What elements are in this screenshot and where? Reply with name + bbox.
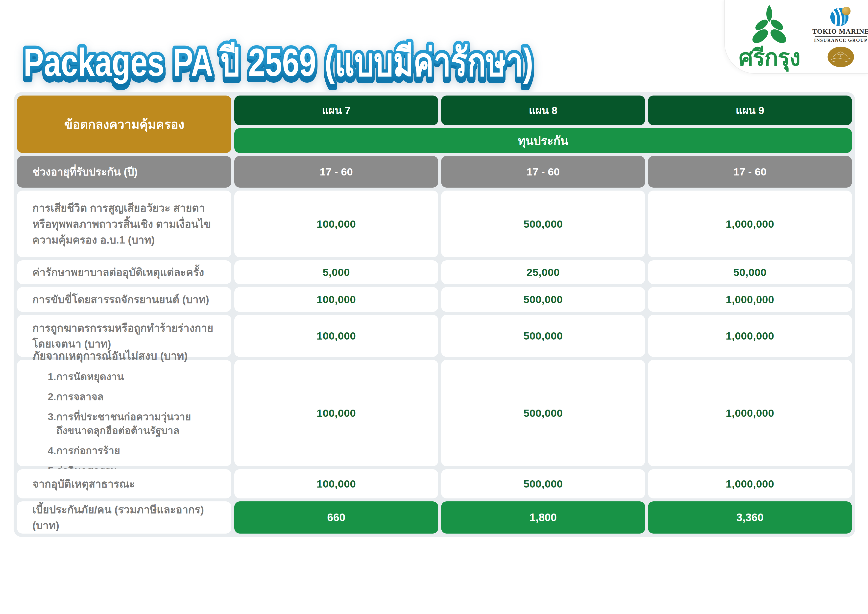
row-label: การขับขี่โดยสารรถจักรยานยนต์ (บาท) xyxy=(17,287,219,313)
cell-value: 100,000 xyxy=(317,407,356,419)
cell-value: 100,000 xyxy=(317,293,356,305)
table-cell: 25,000 xyxy=(441,260,645,284)
cell-value: 50,000 xyxy=(733,266,767,278)
table-cell: 1,000,000 xyxy=(648,360,852,466)
sum-insured-band: ทุนประกัน xyxy=(234,128,852,153)
sub-item: 3.การที่ประชาชนก่อความวุ่นวาย ถึงขนาดลุก… xyxy=(33,410,191,437)
cell-value: 100,000 xyxy=(317,218,356,230)
age-plan9-cell: 17 - 60 xyxy=(648,156,852,188)
tokio-marine-logo: TOKIO MARINE INSURANCE GROUP xyxy=(813,5,868,68)
title-text: Packages PA ปี 2569 (แบบมีค่ารักษา) xyxy=(23,40,533,84)
packages-table: ข้อตกลงความคุ้มครอง แผน 7 แผน 8 แผน 9 ทุ… xyxy=(14,92,856,537)
tokio-divider xyxy=(815,36,867,37)
srikrung-wordmark: ศรีกรุง xyxy=(739,46,800,69)
coverage-header-cell: ข้อตกลงความคุ้มครอง xyxy=(17,96,231,153)
age-plan7-cell: 17 - 60 xyxy=(234,156,438,188)
cell-value: 100,000 xyxy=(317,478,356,490)
table-cell: 500,000 xyxy=(441,315,645,357)
cell-value: 500,000 xyxy=(524,330,563,342)
table-cell: 100,000 xyxy=(234,360,438,466)
cell-value: 1,000,000 xyxy=(726,293,774,305)
table-cell: 100,000 xyxy=(234,315,438,357)
row-label-cell: ค่ารักษาพยาบาลต่ออุบัติเหตุแต่ละครั้ง xyxy=(17,260,231,284)
srikrung-plant-icon xyxy=(751,4,788,45)
sub-item: 1.การนัดหยุดงาน xyxy=(33,370,124,384)
premium-value: 1,800 xyxy=(530,511,557,524)
plan8-header-cell: แผน 8 xyxy=(441,96,645,125)
plan7-header-cell: แผน 7 xyxy=(234,96,438,125)
sum-insured-label: ทุนประกัน xyxy=(518,132,568,150)
insurance-group-label: INSURANCE GROUP xyxy=(814,37,868,43)
age-plan9-value: 17 - 60 xyxy=(733,166,767,178)
cell-value: 1,000,000 xyxy=(726,478,774,490)
cell-value: 1,000,000 xyxy=(726,218,774,230)
age-row-label-cell: ช่วงอายุที่รับประกัน (ปี) xyxy=(17,156,231,188)
plan9-header-cell: แผน 9 xyxy=(648,96,852,125)
row-label: ค่ารักษาพยาบาลต่ออุบัติเหตุแต่ละครั้ง xyxy=(17,259,214,285)
premium-plan9-cell: 3,360 xyxy=(648,501,852,533)
age-row-label: ช่วงอายุที่รับประกัน (ปี) xyxy=(33,163,138,180)
row-label-cell: ภัยจากเหตุการณ์อันไม่สงบ (บาท) 1.การนัดห… xyxy=(17,360,231,466)
table-cell: 100,000 xyxy=(234,191,438,257)
table-cell: 100,000 xyxy=(234,469,438,498)
table-cell: 500,000 xyxy=(441,287,645,312)
gold-emblem-icon xyxy=(827,46,855,68)
table-cell: 100,000 xyxy=(234,287,438,312)
srikrung-logo: ศรีกรุง xyxy=(739,4,800,69)
table-cell: 5,000 xyxy=(234,260,438,284)
plan7-label: แผน 7 xyxy=(322,102,350,119)
premium-value: 3,360 xyxy=(736,511,764,524)
table-cell: 500,000 xyxy=(441,191,645,257)
premium-value: 660 xyxy=(327,511,345,524)
plan8-label: แผน 8 xyxy=(529,102,557,119)
row-label: ภัยจากเหตุการณ์อันไม่สงบ (บาท) xyxy=(33,348,188,364)
cell-value: 25,000 xyxy=(527,266,560,278)
cell-value: 1,000,000 xyxy=(726,330,774,342)
brand-card: ศรีกรุง TOKIO MARINE INSURANCE GROUP xyxy=(724,0,868,74)
cell-value: 500,000 xyxy=(524,293,563,305)
premium-plan7-cell: 660 xyxy=(234,501,438,533)
cell-value: 5,000 xyxy=(322,266,350,278)
tokio-marine-wordmark: TOKIO MARINE xyxy=(812,28,868,36)
row-label-cell: การขับขี่โดยสารรถจักรยานยนต์ (บาท) xyxy=(17,287,231,312)
cell-value: 100,000 xyxy=(317,330,356,342)
row-label: การเสียชีวิต การสูญเสียอวัยวะ สายตา หรือ… xyxy=(17,195,221,253)
age-plan8-cell: 17 - 60 xyxy=(441,156,645,188)
coverage-header-label: ข้อตกลงความคุ้มครอง xyxy=(64,115,184,134)
page-title: Packages PA ปี 2569 (แบบมีค่ารักษา) xyxy=(21,22,555,97)
page: { "title": "Packages PA ปี 2569 (แบบมีค่… xyxy=(0,0,868,614)
sub-item: 4.การก่อการร้าย xyxy=(33,444,120,457)
age-plan8-value: 17 - 60 xyxy=(527,166,560,178)
row-label-cell: การเสียชีวิต การสูญเสียอวัยวะ สายตา หรือ… xyxy=(17,191,231,257)
table-cell: 50,000 xyxy=(648,260,852,284)
cell-value: 1,000,000 xyxy=(726,407,774,419)
title-bubble-text: Packages PA ปี 2569 (แบบมีค่ารักษา) xyxy=(21,22,555,96)
row-label: จากอุบัติเหตุสาธารณะ xyxy=(17,471,145,497)
table-cell: 1,000,000 xyxy=(648,191,852,257)
premium-row-label-cell: เบี้ยประกันภัย/คน (รวมภาษีและอากร) (บาท) xyxy=(17,501,231,533)
table-cell: 500,000 xyxy=(441,360,645,466)
premium-plan8-cell: 1,800 xyxy=(441,501,645,533)
table-cell: 1,000,000 xyxy=(648,287,852,312)
age-plan7-value: 17 - 60 xyxy=(320,166,353,178)
sub-item: 2.การจลาจล xyxy=(33,390,104,404)
cell-value: 500,000 xyxy=(524,407,563,419)
tokio-marine-globe-icon xyxy=(829,5,852,28)
table-cell: 500,000 xyxy=(441,469,645,498)
plan9-label: แผน 9 xyxy=(736,102,764,119)
cell-value: 500,000 xyxy=(524,478,563,490)
row-label-cell: จากอุบัติเหตุสาธารณะ xyxy=(17,469,231,498)
row-label: เบี้ยประกันภัย/คน (รวมภาษีและอากร) (บาท) xyxy=(17,497,231,538)
cell-value: 500,000 xyxy=(524,218,563,230)
table-cell: 1,000,000 xyxy=(648,315,852,357)
table-cell: 1,000,000 xyxy=(648,469,852,498)
